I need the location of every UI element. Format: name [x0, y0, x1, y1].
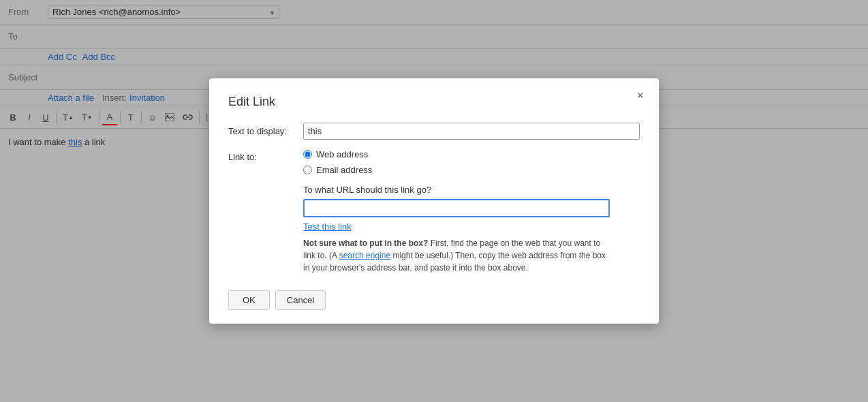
- text-to-display-label: Text to display:: [228, 126, 303, 136]
- help-text: Not sure what to put in the box? First, …: [303, 237, 610, 274]
- modal-title: Edit Link: [228, 95, 640, 109]
- search-engine-link[interactable]: search engine: [339, 251, 390, 260]
- compose-area: From Rich Jones <rich@anomos.info> To Ad…: [0, 0, 868, 402]
- web-address-radio[interactable]: [303, 150, 312, 159]
- modal-overlay: × Edit Link Text to display: Link to: We…: [0, 0, 868, 402]
- edit-link-modal: × Edit Link Text to display: Link to: We…: [209, 78, 659, 324]
- modal-close-button[interactable]: ×: [632, 88, 648, 103]
- web-address-label: Web address: [316, 149, 368, 159]
- email-address-label: Email address: [316, 165, 372, 175]
- text-to-display-input[interactable]: [303, 123, 640, 140]
- url-section: To what URL should this link go? Test th…: [303, 185, 640, 274]
- cancel-button[interactable]: Cancel: [275, 290, 326, 310]
- test-link-button[interactable]: Test this link: [303, 221, 640, 232]
- link-to-row: Link to: Web address Email address: [228, 149, 640, 175]
- help-bold: Not sure what to put in the box?: [303, 238, 428, 248]
- text-to-display-row: Text to display:: [228, 123, 640, 140]
- ok-button[interactable]: OK: [228, 290, 270, 310]
- link-to-label: Link to:: [228, 149, 303, 162]
- url-section-label: To what URL should this link go?: [303, 185, 640, 195]
- link-to-options: Web address Email address: [303, 149, 372, 175]
- email-address-radio[interactable]: [303, 166, 312, 174]
- email-address-option[interactable]: Email address: [303, 165, 372, 175]
- url-input[interactable]: [303, 199, 610, 217]
- web-address-option[interactable]: Web address: [303, 149, 372, 159]
- modal-buttons: OK Cancel: [228, 290, 640, 310]
